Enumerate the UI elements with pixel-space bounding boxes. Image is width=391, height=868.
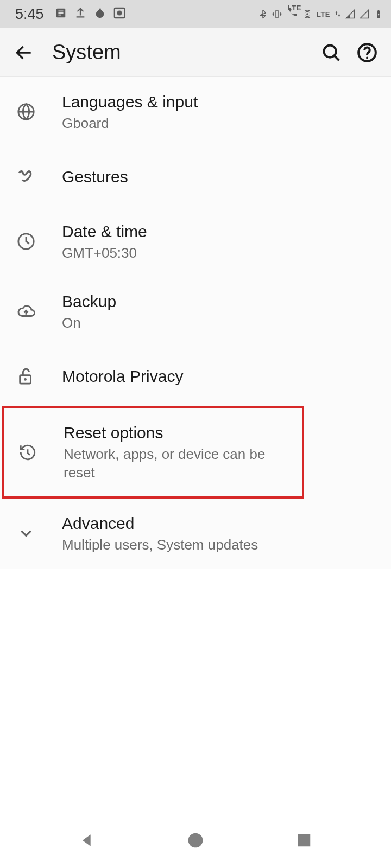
search-button[interactable] [318,40,344,66]
status-right: LTE LTE [258,6,383,23]
hotspot-icon [302,6,312,23]
highlight-reset-options: Reset options Network, apps, or device c… [2,406,304,499]
svg-point-1 [96,10,104,18]
help-icon [357,42,377,63]
setting-subtitle: On [62,314,376,333]
square-recent-icon [296,832,312,848]
setting-reset-options[interactable]: Reset options Network, apps, or device c… [4,408,302,496]
setting-title: Reset options [64,422,287,443]
app-indicator-icon [94,6,106,23]
nav-back-button[interactable] [72,825,102,856]
signal-2-icon [360,6,369,23]
history-icon [17,442,39,463]
settings-list: Languages & input Gboard Gestures Date &… [0,77,391,569]
svg-point-11 [366,56,368,59]
setting-subtitle: GMT+05:30 [62,244,376,263]
cloud-upload-icon [15,301,37,322]
setting-backup[interactable]: Backup On [0,277,391,347]
setting-title: Gestures [62,166,376,187]
setting-title: Date & time [62,221,376,242]
upload-icon [74,6,86,23]
vibrate-icon [272,6,282,23]
svg-point-16 [188,833,203,847]
clock-icon [15,231,37,252]
setting-title: Backup [62,291,376,312]
setting-title: Advanced [62,513,376,534]
svg-point-9 [324,45,336,57]
setting-motorola-privacy[interactable]: Motorola Privacy [0,346,391,406]
bluetooth-icon [258,6,268,23]
status-time: 5:45 [15,6,44,23]
signal-1-icon [345,6,355,23]
help-button[interactable] [354,40,380,66]
nav-recent-button[interactable] [289,825,319,856]
back-button[interactable] [11,40,37,66]
triangle-back-icon [78,832,96,849]
data-arrows-icon [335,6,341,23]
arrow-left-icon [14,42,34,63]
lte-indicator: LTE [317,10,330,18]
page-title: System [52,41,308,64]
setting-advanced[interactable]: Advanced Multiple users, System updates [0,499,391,569]
gesture-icon [15,166,37,188]
status-left: 5:45 [15,6,125,23]
svg-point-4 [117,10,122,15]
status-bar: 5:45 LTE LTE [0,0,391,28]
setting-subtitle: Gboard [62,114,376,133]
volte-icon: LTE [286,6,298,23]
setting-subtitle: Network, apps, or device can be reset [64,445,287,482]
setting-title: Motorola Privacy [62,366,376,387]
svg-rect-2 [99,8,101,11]
navigation-bar [0,812,391,868]
setting-title: Languages & input [62,91,376,112]
svg-rect-5 [275,11,279,17]
search-icon [321,42,342,63]
circle-home-icon [187,832,204,849]
svg-rect-8 [378,10,380,11]
setting-languages-input[interactable]: Languages & input Gboard [0,77,391,147]
svg-point-6 [306,13,308,15]
app-bar: System [0,28,391,77]
battery-icon [374,6,383,23]
setting-subtitle: Multiple users, System updates [62,536,376,554]
nav-home-button[interactable] [180,825,211,856]
lock-open-icon [15,365,37,387]
chevron-down-icon [15,522,37,544]
setting-date-time[interactable]: Date & time GMT+05:30 [0,207,391,277]
svg-point-15 [24,378,27,381]
chat-icon [55,6,67,23]
globe-icon [15,101,37,123]
setting-gestures[interactable]: Gestures [0,147,391,207]
media-icon [113,6,125,23]
svg-rect-17 [298,834,311,846]
